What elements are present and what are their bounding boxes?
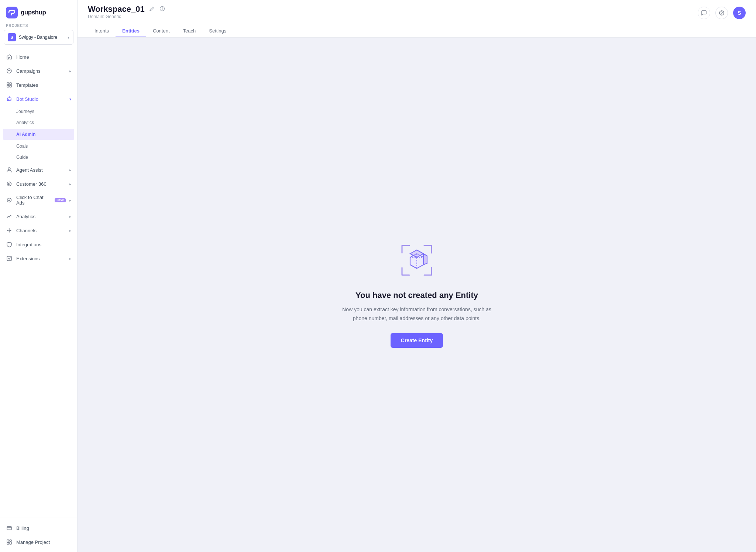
svg-rect-25 xyxy=(10,542,11,544)
svg-rect-3 xyxy=(7,83,9,85)
click-to-chat-chevron-icon: ▸ xyxy=(69,198,71,202)
click-to-chat-icon xyxy=(6,197,13,203)
edit-workspace-button[interactable] xyxy=(148,6,155,13)
sub-nav-goals-label: Goals xyxy=(16,144,28,149)
billing-icon xyxy=(6,525,13,531)
campaigns-chevron-icon: ▸ xyxy=(69,69,71,73)
sub-nav-goals[interactable]: Goals xyxy=(0,141,77,152)
tab-entities[interactable]: Entities xyxy=(116,25,146,37)
svg-point-13 xyxy=(8,183,10,185)
empty-icon-container xyxy=(398,242,435,280)
svg-point-16 xyxy=(10,230,11,231)
sidebar-item-home-label: Home xyxy=(16,54,29,60)
customer-360-icon xyxy=(6,181,13,187)
svg-rect-5 xyxy=(7,85,9,87)
chat-icon-button[interactable] xyxy=(698,7,710,19)
sidebar-item-extensions-label: Extensions xyxy=(16,256,40,261)
tab-teach[interactable]: Teach xyxy=(176,25,203,37)
sidebar-item-templates[interactable]: Templates xyxy=(0,78,77,92)
svg-point-9 xyxy=(8,99,9,100)
topbar-upper: Workspace_01 Domain: Generic S xyxy=(88,4,746,25)
svg-point-32 xyxy=(721,14,722,15)
bot-studio-sub-nav: Journeys Analytics AI Admin Goals Guide xyxy=(0,106,77,163)
logo-area: gupshup xyxy=(0,0,77,24)
logo-text: gupshup xyxy=(21,9,46,16)
channels-icon xyxy=(6,227,13,234)
svg-point-10 xyxy=(10,99,11,100)
svg-point-12 xyxy=(7,182,11,186)
project-selector[interactable]: S Swiggy - Bangalore ▾ xyxy=(4,30,73,45)
sidebar-item-integrations[interactable]: Integrations xyxy=(0,237,77,251)
empty-state-description: Now you can extract key information from… xyxy=(336,305,498,323)
tab-settings[interactable]: Settings xyxy=(202,25,233,37)
svg-point-11 xyxy=(8,168,10,170)
entity-illustration xyxy=(398,242,435,279)
sub-nav-guide-label: Guide xyxy=(16,155,28,160)
project-name: Swiggy - Bangalore xyxy=(19,35,65,40)
svg-point-17 xyxy=(9,229,10,230)
domain-label: Domain: Generic xyxy=(88,14,166,19)
sidebar-item-manage-project[interactable]: Manage Project xyxy=(0,535,77,549)
extensions-icon xyxy=(6,255,13,262)
help-icon-button[interactable] xyxy=(715,7,728,19)
sub-nav-analytics-label: Analytics xyxy=(16,120,34,125)
svg-rect-21 xyxy=(7,256,11,261)
sidebar-item-channels-label: Channels xyxy=(16,228,37,233)
home-icon xyxy=(6,54,13,60)
main-nav: Home Campaigns ▸ Templates Bot Studio ▾ xyxy=(0,50,77,518)
main-content: Workspace_01 Domain: Generic S xyxy=(78,0,756,552)
analytics-icon xyxy=(6,213,13,220)
analytics-chevron-icon: ▸ xyxy=(69,215,71,219)
sidebar-item-manage-project-label: Manage Project xyxy=(16,539,50,545)
integrations-icon xyxy=(6,241,13,248)
sidebar-bottom: Billing Manage Project xyxy=(0,518,77,552)
sidebar-item-campaigns-label: Campaigns xyxy=(16,68,41,74)
tab-content[interactable]: Content xyxy=(146,25,176,37)
user-avatar-button[interactable]: S xyxy=(733,7,746,19)
sidebar-item-templates-label: Templates xyxy=(16,82,38,88)
sidebar-item-click-to-chat-label: Click to Chat Ads xyxy=(16,195,51,206)
sidebar-item-customer-360[interactable]: Customer 360 ▸ xyxy=(0,177,77,191)
sub-nav-guide[interactable]: Guide xyxy=(0,152,77,163)
sidebar-item-home[interactable]: Home xyxy=(0,50,77,64)
svg-marker-35 xyxy=(423,254,427,265)
sidebar-item-channels[interactable]: Channels ▸ xyxy=(0,223,77,237)
sidebar-item-click-to-chat[interactable]: Click to Chat Ads NEW ▸ xyxy=(0,191,77,209)
svg-point-15 xyxy=(7,230,8,231)
templates-icon xyxy=(6,82,13,88)
svg-point-18 xyxy=(9,232,10,233)
sidebar-item-bot-studio[interactable]: Bot Studio ▾ xyxy=(0,92,77,106)
sidebar-item-customer-360-label: Customer 360 xyxy=(16,181,47,187)
sidebar-item-agent-assist-label: Agent Assist xyxy=(16,167,43,173)
create-entity-button[interactable]: Create Entity xyxy=(391,333,443,348)
sub-nav-analytics[interactable]: Analytics xyxy=(0,117,77,128)
sidebar-item-analytics-label: Analytics xyxy=(16,214,35,219)
content-area: You have not created any Entity Now you … xyxy=(78,38,756,552)
svg-rect-27 xyxy=(7,543,9,544)
bot-studio-chevron-icon: ▾ xyxy=(69,97,71,101)
sidebar-item-bot-studio-label: Bot Studio xyxy=(16,96,38,102)
bot-icon xyxy=(6,96,13,102)
sidebar-item-extensions[interactable]: Extensions ▸ xyxy=(0,251,77,265)
sidebar-item-billing[interactable]: Billing xyxy=(0,521,77,535)
sidebar-item-agent-assist[interactable]: Agent Assist ▸ xyxy=(0,163,77,177)
sidebar-item-billing-label: Billing xyxy=(16,525,29,531)
svg-rect-22 xyxy=(7,527,11,530)
sub-nav-ai-admin[interactable]: AI Admin xyxy=(3,129,74,140)
sidebar-item-campaigns[interactable]: Campaigns ▸ xyxy=(0,64,77,78)
topbar-icons: S xyxy=(698,7,746,19)
svg-rect-6 xyxy=(10,85,11,87)
empty-state: You have not created any Entity Now you … xyxy=(321,227,513,363)
sidebar-item-analytics[interactable]: Analytics ▸ xyxy=(0,209,77,223)
empty-state-title: You have not created any Entity xyxy=(355,291,478,300)
sidebar: gupshup PROJECTS S Swiggy - Bangalore ▾ … xyxy=(0,0,78,552)
svg-point-1 xyxy=(11,14,12,16)
info-workspace-button[interactable] xyxy=(159,5,166,13)
tabs: Intents Entities Content Teach Settings xyxy=(88,25,746,37)
channels-chevron-icon: ▸ xyxy=(69,229,71,233)
manage-project-icon xyxy=(6,539,13,545)
tab-intents[interactable]: Intents xyxy=(88,25,116,37)
svg-point-8 xyxy=(9,96,10,97)
sub-nav-journeys[interactable]: Journeys xyxy=(0,106,77,117)
customer-360-chevron-icon: ▸ xyxy=(69,182,71,186)
